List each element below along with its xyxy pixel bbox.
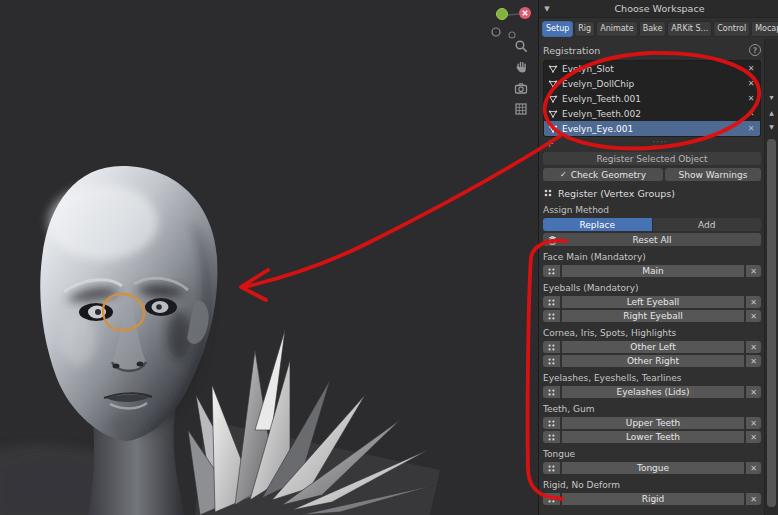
- grid-ortho-icon[interactable]: [513, 101, 529, 117]
- camera-view-icon[interactable]: [513, 80, 529, 96]
- panel-scrollbar[interactable]: ▾ ▲ ▼: [764, 39, 778, 515]
- vertex-group-row: Tongue ✕: [543, 462, 761, 474]
- navigation-gizmo[interactable]: [486, 2, 534, 42]
- scrollbar-thumb[interactable]: [767, 139, 776, 507]
- panel-body: Registration ? Evelyn_Slot ✕ Evelyn_Doll…: [543, 39, 761, 515]
- tab-mocap[interactable]: Mocap: [751, 21, 778, 37]
- assign-tongue-button[interactable]: Tongue: [562, 462, 744, 474]
- object-name: Evelyn_Teeth.002: [562, 109, 742, 119]
- assign-eyelashes-button[interactable]: Eyelashes (Lids): [562, 386, 744, 398]
- list-item-evelyn-eye-001[interactable]: Evelyn_Eye.001 ✕: [544, 121, 760, 136]
- vertex-group-icon[interactable]: [543, 341, 560, 353]
- mesh-object-icon: [548, 79, 558, 89]
- register-selected-object-button[interactable]: Register Selected Object: [543, 152, 761, 165]
- clear-group-button[interactable]: ✕: [746, 296, 761, 308]
- object-name: Evelyn_Eye.001: [562, 124, 742, 134]
- assign-left-eyeball-button[interactable]: Left Eyeball: [562, 296, 744, 308]
- clear-group-button[interactable]: ✕: [746, 417, 761, 429]
- remove-object-icon[interactable]: ✕: [746, 94, 756, 103]
- remove-object-icon[interactable]: ✕: [746, 64, 756, 73]
- check-icon: ✓: [560, 170, 567, 179]
- vertex-group-icon[interactable]: [543, 296, 560, 308]
- assign-method-replace-button[interactable]: Replace: [543, 218, 652, 231]
- move-item-down-icon[interactable]: ▼: [765, 120, 778, 132]
- remove-object-icon[interactable]: ✕: [746, 79, 756, 88]
- 3d-viewport[interactable]: [0, 0, 538, 515]
- move-item-up-icon[interactable]: ▲: [765, 106, 778, 118]
- object-name: Evelyn_Teeth.001: [562, 94, 742, 104]
- remove-object-icon[interactable]: ✕: [746, 109, 756, 118]
- clear-group-button[interactable]: ✕: [746, 310, 761, 322]
- assign-right-eyeball-button[interactable]: Right Eyeball: [562, 310, 744, 322]
- sidebar-panel: ▼ Choose Workspace Setup Rig Animate Bak…: [538, 0, 778, 515]
- vertex-group-row: Main ✕: [543, 265, 761, 277]
- vertex-group-icon[interactable]: [543, 493, 560, 505]
- group-label-face-main: Face Main (Mandatory): [543, 252, 761, 263]
- vertex-group-row: Rigid ✕: [543, 493, 761, 505]
- tab-arkit-shapes[interactable]: ARKit S...: [667, 21, 712, 37]
- reset-all-button[interactable]: Reset All: [543, 233, 761, 246]
- clear-group-button[interactable]: ✕: [746, 493, 761, 505]
- vertex-group-icon[interactable]: [543, 265, 560, 277]
- group-label-tongue: Tongue: [543, 449, 761, 460]
- mesh-object-icon: [548, 64, 558, 74]
- add-object-button[interactable]: +: [543, 137, 559, 150]
- assign-rigid-button[interactable]: Rigid: [562, 493, 744, 505]
- clear-group-button[interactable]: ✕: [746, 386, 761, 398]
- assign-other-left-button[interactable]: Other Left: [562, 341, 744, 353]
- list-resize-grip[interactable]: ::::: [559, 140, 761, 148]
- clear-group-button[interactable]: ✕: [746, 355, 761, 367]
- registered-objects-list[interactable]: Evelyn_Slot ✕ Evelyn_DollChip ✕ Evelyn_T…: [543, 60, 761, 137]
- assign-main-button[interactable]: Main: [562, 265, 744, 277]
- remove-object-icon[interactable]: ✕: [746, 124, 756, 133]
- assign-lower-teeth-button[interactable]: Lower Teeth: [562, 431, 744, 443]
- vertex-group-icon[interactable]: [543, 355, 560, 367]
- pan-hand-icon[interactable]: [513, 59, 529, 75]
- clear-group-button[interactable]: ✕: [746, 265, 761, 277]
- tab-rig[interactable]: Rig: [574, 21, 595, 37]
- list-item-evelyn-dollchip[interactable]: Evelyn_DollChip ✕: [544, 76, 760, 91]
- vertex-group-icon[interactable]: [543, 417, 560, 429]
- gizmo-neg-axis[interactable]: [492, 28, 500, 36]
- mesh-object-icon: [548, 109, 558, 119]
- vertex-group-row: Lower Teeth ✕: [543, 431, 761, 443]
- vertex-group-row: Upper Teeth ✕: [543, 417, 761, 429]
- zoom-icon[interactable]: [513, 38, 529, 54]
- mesh-object-icon: [548, 124, 558, 134]
- vertex-group-row: Other Right ✕: [543, 355, 761, 367]
- group-label-eyelashes: Eyelashes, Eyeshells, Tearlines: [543, 373, 761, 384]
- evelyn-head-model: [0, 0, 538, 515]
- clear-group-button[interactable]: ✕: [746, 462, 761, 474]
- list-item-evelyn-teeth-002[interactable]: Evelyn_Teeth.002 ✕: [544, 106, 760, 121]
- check-geometry-button[interactable]: ✓ Check Geometry: [543, 168, 663, 181]
- list-item-evelyn-teeth-001[interactable]: Evelyn_Teeth.001 ✕: [544, 91, 760, 106]
- assign-method-add-button[interactable]: Add: [652, 218, 762, 231]
- workspace-header[interactable]: ▼ Choose Workspace: [539, 0, 778, 18]
- vertex-group-icon[interactable]: [543, 462, 560, 474]
- clear-group-button[interactable]: ✕: [746, 431, 761, 443]
- tab-setup[interactable]: Setup: [542, 21, 573, 37]
- vertex-group-row: Other Left ✕: [543, 341, 761, 353]
- tab-animate[interactable]: Animate: [596, 21, 638, 37]
- viewport-controls: [513, 38, 529, 117]
- assign-other-right-button[interactable]: Other Right: [562, 355, 744, 367]
- vertex-groups-icon: [543, 188, 553, 200]
- workspace-header-title: Choose Workspace: [555, 3, 778, 14]
- vertex-group-icon[interactable]: [543, 431, 560, 443]
- tab-bake[interactable]: Bake: [639, 21, 667, 37]
- object-name: Evelyn_DollChip: [562, 79, 742, 89]
- reset-all-label: Reset All: [632, 235, 671, 245]
- list-item-evelyn-slot[interactable]: Evelyn_Slot ✕: [544, 61, 760, 76]
- group-label-eyeballs: Eyeballs (Mandatory): [543, 283, 761, 294]
- vertex-group-icon[interactable]: [543, 310, 560, 322]
- mesh-object-icon: [548, 94, 558, 104]
- clear-group-button[interactable]: ✕: [746, 341, 761, 353]
- list-menu-chevron-icon[interactable]: ▾: [765, 91, 778, 103]
- tab-control[interactable]: Control: [713, 21, 750, 37]
- help-icon[interactable]: ?: [749, 44, 761, 56]
- assign-upper-teeth-button[interactable]: Upper Teeth: [562, 417, 744, 429]
- show-warnings-button[interactable]: Show Warnings: [665, 168, 761, 181]
- group-label-cornea: Cornea, Iris, Spots, Highlights: [543, 328, 761, 339]
- vertex-group-icon[interactable]: [543, 386, 560, 398]
- collapse-triangle-icon[interactable]: ▼: [539, 5, 555, 13]
